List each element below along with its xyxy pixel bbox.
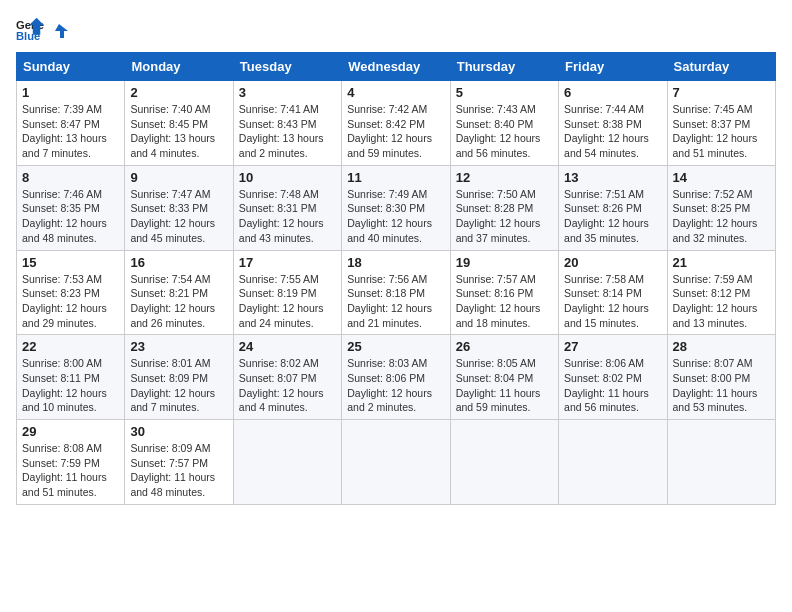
day-number: 19 — [456, 255, 553, 270]
calendar-cell: 14 Sunrise: 7:52 AM Sunset: 8:25 PM Dayl… — [667, 165, 775, 250]
day-info: Sunrise: 8:00 AM Sunset: 8:11 PM Dayligh… — [22, 356, 119, 415]
day-info: Sunrise: 7:56 AM Sunset: 8:18 PM Dayligh… — [347, 272, 444, 331]
day-number: 11 — [347, 170, 444, 185]
calendar-cell: 13 Sunrise: 7:51 AM Sunset: 8:26 PM Dayl… — [559, 165, 667, 250]
day-info: Sunrise: 8:08 AM Sunset: 7:59 PM Dayligh… — [22, 441, 119, 500]
calendar-cell — [667, 420, 775, 505]
day-info: Sunrise: 7:58 AM Sunset: 8:14 PM Dayligh… — [564, 272, 661, 331]
day-info: Sunrise: 7:49 AM Sunset: 8:30 PM Dayligh… — [347, 187, 444, 246]
day-number: 14 — [673, 170, 770, 185]
calendar-cell — [559, 420, 667, 505]
calendar-cell: 1 Sunrise: 7:39 AM Sunset: 8:47 PM Dayli… — [17, 81, 125, 166]
calendar-cell: 29 Sunrise: 8:08 AM Sunset: 7:59 PM Dayl… — [17, 420, 125, 505]
calendar-cell: 15 Sunrise: 7:53 AM Sunset: 8:23 PM Dayl… — [17, 250, 125, 335]
calendar-cell: 19 Sunrise: 7:57 AM Sunset: 8:16 PM Dayl… — [450, 250, 558, 335]
calendar-cell: 28 Sunrise: 8:07 AM Sunset: 8:00 PM Dayl… — [667, 335, 775, 420]
header: General Blue — [16, 16, 776, 44]
day-number: 29 — [22, 424, 119, 439]
logo-icon: General Blue — [16, 16, 44, 44]
day-number: 22 — [22, 339, 119, 354]
day-number: 4 — [347, 85, 444, 100]
calendar-cell: 4 Sunrise: 7:42 AM Sunset: 8:42 PM Dayli… — [342, 81, 450, 166]
calendar-cell: 11 Sunrise: 7:49 AM Sunset: 8:30 PM Dayl… — [342, 165, 450, 250]
day-number: 16 — [130, 255, 227, 270]
day-info: Sunrise: 7:59 AM Sunset: 8:12 PM Dayligh… — [673, 272, 770, 331]
day-info: Sunrise: 8:09 AM Sunset: 7:57 PM Dayligh… — [130, 441, 227, 500]
day-number: 12 — [456, 170, 553, 185]
day-header-tuesday: Tuesday — [233, 53, 341, 81]
day-info: Sunrise: 7:50 AM Sunset: 8:28 PM Dayligh… — [456, 187, 553, 246]
calendar-cell: 12 Sunrise: 7:50 AM Sunset: 8:28 PM Dayl… — [450, 165, 558, 250]
calendar-cell: 30 Sunrise: 8:09 AM Sunset: 7:57 PM Dayl… — [125, 420, 233, 505]
day-number: 25 — [347, 339, 444, 354]
day-header-thursday: Thursday — [450, 53, 558, 81]
svg-marker-3 — [55, 24, 68, 38]
day-header-saturday: Saturday — [667, 53, 775, 81]
day-number: 21 — [673, 255, 770, 270]
day-number: 7 — [673, 85, 770, 100]
logo: General Blue — [16, 16, 68, 44]
calendar-cell: 5 Sunrise: 7:43 AM Sunset: 8:40 PM Dayli… — [450, 81, 558, 166]
day-number: 27 — [564, 339, 661, 354]
day-info: Sunrise: 7:57 AM Sunset: 8:16 PM Dayligh… — [456, 272, 553, 331]
calendar-week-row: 8 Sunrise: 7:46 AM Sunset: 8:35 PM Dayli… — [17, 165, 776, 250]
day-number: 18 — [347, 255, 444, 270]
day-info: Sunrise: 7:51 AM Sunset: 8:26 PM Dayligh… — [564, 187, 661, 246]
calendar-week-row: 1 Sunrise: 7:39 AM Sunset: 8:47 PM Dayli… — [17, 81, 776, 166]
calendar-cell — [450, 420, 558, 505]
calendar-cell: 23 Sunrise: 8:01 AM Sunset: 8:09 PM Dayl… — [125, 335, 233, 420]
day-number: 28 — [673, 339, 770, 354]
day-number: 17 — [239, 255, 336, 270]
day-info: Sunrise: 7:47 AM Sunset: 8:33 PM Dayligh… — [130, 187, 227, 246]
day-header-wednesday: Wednesday — [342, 53, 450, 81]
day-number: 20 — [564, 255, 661, 270]
calendar-cell: 6 Sunrise: 7:44 AM Sunset: 8:38 PM Dayli… — [559, 81, 667, 166]
calendar-cell: 18 Sunrise: 7:56 AM Sunset: 8:18 PM Dayl… — [342, 250, 450, 335]
calendar-table: SundayMondayTuesdayWednesdayThursdayFrid… — [16, 52, 776, 505]
day-info: Sunrise: 8:03 AM Sunset: 8:06 PM Dayligh… — [347, 356, 444, 415]
calendar-cell: 16 Sunrise: 7:54 AM Sunset: 8:21 PM Dayl… — [125, 250, 233, 335]
day-info: Sunrise: 8:02 AM Sunset: 8:07 PM Dayligh… — [239, 356, 336, 415]
day-number: 26 — [456, 339, 553, 354]
day-header-friday: Friday — [559, 53, 667, 81]
day-number: 23 — [130, 339, 227, 354]
day-info: Sunrise: 7:45 AM Sunset: 8:37 PM Dayligh… — [673, 102, 770, 161]
calendar-cell — [233, 420, 341, 505]
day-header-monday: Monday — [125, 53, 233, 81]
day-info: Sunrise: 7:54 AM Sunset: 8:21 PM Dayligh… — [130, 272, 227, 331]
calendar-cell: 26 Sunrise: 8:05 AM Sunset: 8:04 PM Dayl… — [450, 335, 558, 420]
day-number: 24 — [239, 339, 336, 354]
calendar-cell: 25 Sunrise: 8:03 AM Sunset: 8:06 PM Dayl… — [342, 335, 450, 420]
day-number: 13 — [564, 170, 661, 185]
day-info: Sunrise: 7:48 AM Sunset: 8:31 PM Dayligh… — [239, 187, 336, 246]
day-number: 6 — [564, 85, 661, 100]
day-number: 1 — [22, 85, 119, 100]
day-info: Sunrise: 8:05 AM Sunset: 8:04 PM Dayligh… — [456, 356, 553, 415]
day-header-sunday: Sunday — [17, 53, 125, 81]
calendar-cell — [342, 420, 450, 505]
day-info: Sunrise: 7:42 AM Sunset: 8:42 PM Dayligh… — [347, 102, 444, 161]
calendar-cell: 8 Sunrise: 7:46 AM Sunset: 8:35 PM Dayli… — [17, 165, 125, 250]
day-number: 30 — [130, 424, 227, 439]
day-number: 9 — [130, 170, 227, 185]
day-number: 15 — [22, 255, 119, 270]
logo-bird-icon — [50, 22, 68, 40]
day-info: Sunrise: 7:40 AM Sunset: 8:45 PM Dayligh… — [130, 102, 227, 161]
day-number: 8 — [22, 170, 119, 185]
day-info: Sunrise: 7:53 AM Sunset: 8:23 PM Dayligh… — [22, 272, 119, 331]
calendar-cell: 10 Sunrise: 7:48 AM Sunset: 8:31 PM Dayl… — [233, 165, 341, 250]
day-number: 2 — [130, 85, 227, 100]
calendar-week-row: 29 Sunrise: 8:08 AM Sunset: 7:59 PM Dayl… — [17, 420, 776, 505]
day-info: Sunrise: 8:07 AM Sunset: 8:00 PM Dayligh… — [673, 356, 770, 415]
day-info: Sunrise: 7:41 AM Sunset: 8:43 PM Dayligh… — [239, 102, 336, 161]
day-info: Sunrise: 7:43 AM Sunset: 8:40 PM Dayligh… — [456, 102, 553, 161]
day-info: Sunrise: 7:39 AM Sunset: 8:47 PM Dayligh… — [22, 102, 119, 161]
day-info: Sunrise: 8:01 AM Sunset: 8:09 PM Dayligh… — [130, 356, 227, 415]
calendar-cell: 21 Sunrise: 7:59 AM Sunset: 8:12 PM Dayl… — [667, 250, 775, 335]
day-info: Sunrise: 7:46 AM Sunset: 8:35 PM Dayligh… — [22, 187, 119, 246]
calendar-header-row: SundayMondayTuesdayWednesdayThursdayFrid… — [17, 53, 776, 81]
calendar-cell: 20 Sunrise: 7:58 AM Sunset: 8:14 PM Dayl… — [559, 250, 667, 335]
calendar-cell: 7 Sunrise: 7:45 AM Sunset: 8:37 PM Dayli… — [667, 81, 775, 166]
day-number: 3 — [239, 85, 336, 100]
calendar-week-row: 22 Sunrise: 8:00 AM Sunset: 8:11 PM Dayl… — [17, 335, 776, 420]
